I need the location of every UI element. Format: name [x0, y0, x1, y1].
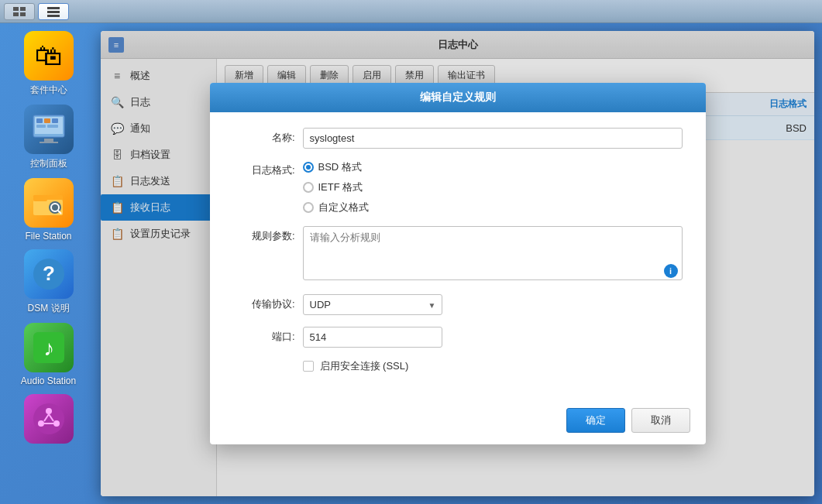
form-row-format: 日志格式: BSD 格式: [233, 160, 683, 214]
svg-rect-2: [13, 12, 19, 16]
name-field-wrapper: [303, 128, 683, 149]
svg-rect-13: [47, 125, 58, 128]
cancel-button[interactable]: 取消: [631, 408, 690, 433]
control-panel-icon: [32, 114, 66, 145]
svg-rect-5: [47, 11, 60, 13]
dock-item-package-center[interactable]: 🛍 套件中心: [10, 31, 88, 97]
taskbar-btn-2[interactable]: [38, 3, 69, 20]
svg-point-29: [53, 420, 60, 427]
protocol-label: 传输协议:: [233, 294, 295, 311]
desktop: 🛍 套件中心 控制面板: [0, 23, 822, 504]
list-icon: [47, 6, 60, 17]
dock-label-package-center: 套件中心: [30, 84, 67, 97]
radio-bsd[interactable]: BSD 格式: [303, 160, 683, 174]
textarea-wrapper: i: [303, 226, 683, 283]
radio-custom[interactable]: 自定义格式: [303, 201, 683, 214]
modal-title: 编辑自定义规则: [420, 91, 496, 103]
svg-rect-18: [33, 195, 47, 201]
dock-label-file-station: File Station: [25, 231, 71, 242]
dock-item-audio-station[interactable]: ♪ Audio Station: [10, 323, 88, 386]
svg-rect-6: [47, 15, 60, 17]
svg-rect-11: [52, 118, 58, 123]
dock-item-misc[interactable]: [10, 394, 88, 447]
misc-icon: [32, 402, 66, 436]
dock-label-dsm-help: DSM 说明: [28, 302, 70, 315]
format-label: 日志格式:: [233, 160, 295, 177]
svg-rect-14: [44, 139, 53, 142]
modal-titlebar: 编辑自定义规则: [217, 83, 706, 112]
svg-rect-12: [36, 125, 46, 128]
rules-textarea[interactable]: [303, 226, 683, 280]
dock-item-dsm-help[interactable]: ? DSM 说明: [10, 249, 88, 315]
form-row-port: 端口:: [233, 327, 683, 348]
svg-rect-9: [36, 118, 43, 123]
taskbar: [0, 0, 822, 23]
form-row-name: 名称:: [233, 128, 683, 149]
ssl-label: 启用安全连接 (SSL): [320, 359, 409, 373]
rules-label: 规则参数:: [233, 226, 295, 243]
ssl-checkbox-row: 启用安全连接 (SSL): [303, 359, 683, 373]
port-input[interactable]: [303, 327, 442, 348]
svg-rect-15: [40, 142, 58, 143]
format-options: BSD 格式 IETF 格式 自定义格式: [303, 160, 683, 214]
form-row-protocol: 传输协议: UDP TCP: [233, 294, 683, 315]
svg-rect-10: [44, 118, 50, 123]
svg-rect-0: [13, 7, 19, 11]
port-wrapper: [303, 327, 683, 348]
dock-item-file-station[interactable]: File Station: [10, 178, 88, 242]
protocol-select-wrapper: UDP TCP: [303, 294, 442, 315]
form-row-rules: 规则参数: i: [233, 226, 683, 283]
info-icon[interactable]: i: [664, 264, 678, 278]
radio-circle-ietf: [303, 182, 314, 193]
dsm-help-icon: ?: [32, 257, 66, 291]
svg-rect-1: [20, 7, 26, 11]
audio-station-icon: ♪: [32, 331, 66, 365]
rules-wrapper: i: [303, 226, 683, 283]
svg-text:♪: ♪: [43, 336, 54, 360]
modal-footer: 确定 取消: [217, 400, 706, 444]
grid-icon: [13, 7, 26, 16]
dock: 🛍 套件中心 控制面板: [0, 23, 97, 504]
svg-point-28: [38, 420, 44, 427]
modal-body: 名称: 日志格式:: [217, 112, 706, 400]
name-label: 名称:: [233, 128, 295, 145]
protocol-wrapper: UDP TCP: [303, 294, 683, 315]
radio-label-custom: 自定义格式: [318, 201, 369, 214]
radio-group-format: BSD 格式 IETF 格式 自定义格式: [303, 160, 683, 214]
radio-label-bsd: BSD 格式: [318, 160, 362, 174]
taskbar-btn-1[interactable]: [4, 3, 35, 20]
radio-circle-custom: [303, 202, 314, 213]
radio-ietf[interactable]: IETF 格式: [303, 180, 683, 194]
dock-label-audio-station: Audio Station: [21, 375, 76, 386]
svg-rect-3: [20, 12, 26, 16]
confirm-button[interactable]: 确定: [566, 408, 625, 433]
dock-label-control-panel: 控制面板: [30, 157, 67, 170]
modal-overlay: 编辑自定义规则 名称:: [217, 59, 814, 496]
main-window: ≡ 日志中心 ≡ 概述 🔍 日志 💬 通知: [101, 31, 814, 496]
window-body: ≡ 概述 🔍 日志 💬 通知 🗄 归档设置 📋 日志发送: [101, 59, 814, 496]
main-content: 新增 编辑 删除 启用 禁用 输出证书 启用 名称 日志格式 已启动 syslo…: [217, 59, 814, 496]
protocol-select[interactable]: UDP TCP: [303, 294, 442, 315]
dock-item-control-panel[interactable]: 控制面板: [10, 105, 88, 170]
ssl-checkbox[interactable]: [303, 361, 314, 372]
svg-rect-4: [47, 7, 60, 9]
modal-dialog: 编辑自定义规则 名称:: [217, 83, 706, 444]
port-label: 端口:: [233, 327, 295, 344]
svg-text:?: ?: [43, 262, 55, 285]
radio-circle-bsd: [303, 162, 314, 173]
file-station-icon-svg: [32, 187, 66, 218]
svg-point-27: [46, 408, 52, 414]
radio-label-ietf: IETF 格式: [318, 180, 363, 194]
name-input[interactable]: [303, 128, 683, 149]
